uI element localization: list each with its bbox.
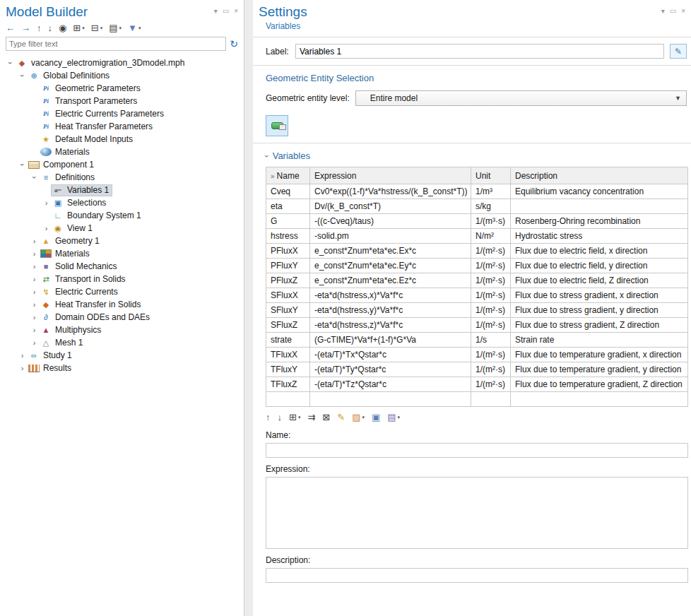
tree-expander-icon[interactable]: ›	[30, 275, 39, 283]
table-cell[interactable]: Flux due to temperature gradient, x dire…	[511, 348, 688, 362]
table-cell[interactable]: 1/(m²·s)	[471, 377, 511, 392]
sort-button[interactable]: ⇉	[307, 413, 315, 422]
table-cell[interactable]: 1/(m³·s)	[471, 214, 511, 229]
tree-expander-icon[interactable]: ›	[30, 262, 39, 271]
filter-tree-icon[interactable]: ▼▾	[128, 23, 141, 33]
float-panel-icon[interactable]: ▭	[223, 7, 229, 15]
panel-menu-icon[interactable]: ▾	[661, 7, 665, 15]
table-cell[interactable]: -(eta/T)*Tx*Qstar*c	[310, 348, 471, 362]
table-cell[interactable]: 1/(m²·s)	[471, 303, 511, 318]
table-row[interactable]: etaDv/(k_B_const*T)s/kg	[266, 199, 688, 214]
table-cell[interactable]: e_const*Znum*eta*ec.Ey*c	[310, 259, 471, 273]
move-up-button[interactable]: ↑	[266, 413, 271, 422]
column-header-name[interactable]: »Name	[266, 167, 310, 184]
tree-expander-icon[interactable]: ›	[42, 224, 51, 232]
forward-icon[interactable]: →	[21, 23, 30, 33]
column-header-description[interactable]: Description	[511, 167, 688, 184]
tree-item[interactable]: ›⊕Global Definitions	[0, 69, 244, 82]
tree-item[interactable]: ›■Solid Mechanics	[0, 260, 244, 273]
filter-input[interactable]	[6, 37, 226, 51]
tree-item-body[interactable]: a=Variables 1	[51, 184, 112, 196]
expand-levels-icon[interactable]: ⊞▾	[73, 23, 84, 33]
table-row[interactable]: PFluxYe_const*Znum*eta*ec.Ey*c1/(m²·s)Fl…	[266, 259, 688, 273]
table-cell[interactable]: -(eta/T)*Ty*Qstar*c	[310, 362, 471, 377]
collapse-levels-icon[interactable]: ⊟▾	[91, 23, 102, 33]
tree-item[interactable]: ›⇄Transport in Solids	[0, 273, 244, 285]
tree-item-body[interactable]: ≡Definitions	[39, 172, 98, 184]
column-header-expression[interactable]: Expression	[310, 167, 471, 184]
expression-input[interactable]	[266, 477, 688, 549]
table-cell[interactable]	[310, 392, 471, 407]
table-cell[interactable]: hstress	[266, 229, 310, 244]
model-tree-node-text-icon[interactable]: ▤▾	[109, 23, 122, 33]
table-cell[interactable]: 1/m³	[471, 184, 511, 199]
label-input[interactable]	[295, 44, 664, 59]
table-cell[interactable]: 1/s	[471, 333, 511, 348]
close-panel-icon[interactable]: ×	[681, 7, 685, 15]
name-input[interactable]	[266, 443, 688, 458]
table-cell[interactable]: s/kg	[471, 199, 511, 214]
table-cell[interactable]: PFluxY	[266, 259, 310, 273]
table-row[interactable]: SFluxZ-eta*d(hstress,z)*Va*f*c1/(m²·s)Fl…	[266, 318, 688, 333]
add-variable-button[interactable]: ⊞▾	[289, 413, 300, 422]
table-cell[interactable]: 1/(m²·s)	[471, 288, 511, 303]
tree-expander-icon[interactable]: ›	[6, 59, 15, 68]
close-panel-icon[interactable]: ×	[234, 7, 238, 15]
tree-item-body[interactable]: ◆vacancy_electromigration_3Dmodel.mph	[15, 57, 188, 69]
table-row[interactable]: G-((c-Cveq)/taus)1/(m³·s)Rosenberg-Ohrin…	[266, 214, 688, 229]
tree-item-body[interactable]: Component 1	[27, 159, 98, 171]
table-cell[interactable]: Flux due to electric field, y direction	[511, 259, 688, 273]
panel-menu-icon[interactable]: ▾	[214, 7, 218, 15]
tree-item-body[interactable]: PiTransport Parameters	[39, 95, 141, 107]
table-row[interactable]: CveqCv0*exp((1-f)*Va*hstress/(k_B_const*…	[266, 184, 688, 199]
tree-item[interactable]: ›↯Electric Currents	[0, 285, 244, 298]
tree-item[interactable]: Materials	[0, 146, 244, 158]
table-cell[interactable]: TFluxY	[266, 362, 310, 377]
table-cell[interactable]: Cveq	[266, 184, 310, 199]
table-cell[interactable]: e_const*Znum*eta*ec.Ex*c	[310, 244, 471, 259]
tree-item[interactable]: ›◉View 1	[0, 222, 244, 235]
tree-item[interactable]: ›△Mesh 1	[0, 336, 244, 349]
table-cell[interactable]: Flux due to temperature gradient, y dire…	[511, 362, 688, 377]
variables-section-title[interactable]: › Variables	[253, 143, 691, 165]
table-cell[interactable]: -eta*d(hstress,y)*Va*f*c	[310, 303, 471, 318]
tree-item-body[interactable]: ↯Electric Currents	[39, 286, 122, 298]
table-cell[interactable]: Equilibrium vacancy concentration	[511, 184, 688, 199]
tree-item-body[interactable]: ∞Study 1	[27, 350, 76, 362]
tree-expander-icon[interactable]: ›	[42, 199, 51, 207]
table-cell[interactable]: eta	[266, 199, 310, 214]
tree-item-body[interactable]: ◉View 1	[51, 223, 96, 235]
show-icon[interactable]: ◉	[59, 23, 66, 33]
tree-expander-icon[interactable]: ›	[30, 313, 39, 321]
table-row[interactable]: SFluxY-eta*d(hstress,y)*Va*f*c1/(m²·s)Fl…	[266, 303, 688, 318]
tree-item-body[interactable]: △Mesh 1	[39, 337, 86, 349]
tree-expander-icon[interactable]: ›	[30, 288, 39, 296]
table-cell[interactable]: e_const*Znum*eta*ec.Ez*c	[310, 273, 471, 288]
tree-item-body[interactable]: ⇄Transport in Solids	[39, 273, 129, 285]
table-row[interactable]: strate(G-cTIME)*Va*f+(1-f)*G*Va1/sStrain…	[266, 333, 688, 348]
table-cell[interactable]: 1/(m²·s)	[471, 348, 511, 362]
table-cell[interactable]: G	[266, 214, 310, 229]
panel-splitter[interactable]	[244, 0, 253, 616]
tree-item-body[interactable]: ∟Boundary System 1	[51, 210, 145, 222]
table-cell[interactable]: 1/(m²·s)	[471, 273, 511, 288]
table-cell[interactable]: TFluxZ	[266, 377, 310, 392]
tree-item[interactable]: ★Default Model Inputs	[0, 133, 244, 146]
move-down-icon[interactable]: ↓	[48, 23, 53, 33]
tree-item-body[interactable]: ◆Heat Transfer in Solids	[39, 299, 144, 311]
tree-expander-icon[interactable]: ›	[18, 71, 27, 81]
table-cell[interactable]: N/m²	[471, 229, 511, 244]
table-cell[interactable]: Rosenberg-Ohring recombination	[511, 214, 688, 229]
tree-item[interactable]: ›◆vacancy_electromigration_3Dmodel.mph	[0, 57, 244, 69]
table-cell[interactable]: -(eta/T)*Tz*Qstar*c	[310, 377, 471, 392]
table-cell[interactable]: Flux due to stress gradient, Z direction	[511, 318, 688, 333]
table-cell[interactable]: PFluxZ	[266, 273, 310, 288]
tree-item[interactable]: ∟Boundary System 1	[0, 209, 244, 222]
tree-item-body[interactable]: ⊕Global Definitions	[27, 70, 113, 82]
tree-item[interactable]: ›▣Selections	[0, 196, 244, 209]
tree-item[interactable]: ›∂Domain ODEs and DAEs	[0, 311, 244, 324]
float-panel-icon[interactable]: ▭	[670, 7, 676, 15]
table-row[interactable]: TFluxX-(eta/T)*Tx*Qstar*c1/(m²·s)Flux du…	[266, 348, 688, 362]
table-cell[interactable]: Hydrostatic stress	[511, 229, 688, 244]
tree-item[interactable]: ›Results	[0, 362, 244, 374]
